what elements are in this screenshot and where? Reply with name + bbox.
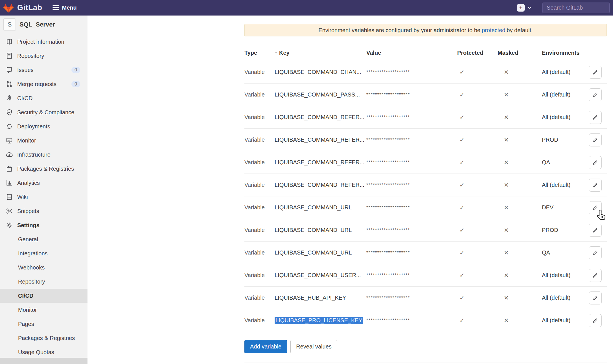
- main-content: Environment variables are configured by …: [87, 16, 613, 364]
- snippets-icon: [6, 207, 13, 215]
- sidebar-item-repository[interactable]: Repository: [0, 49, 87, 63]
- sidebar-item-security-compliance[interactable]: Security & Compliance: [0, 105, 87, 119]
- variable-environments: All (default): [542, 114, 589, 120]
- sidebar-item-deployments[interactable]: Deployments: [0, 119, 87, 133]
- variable-type: Variable: [244, 317, 275, 324]
- variable-value-masked: ********************: [366, 273, 457, 278]
- edit-variable-button[interactable]: [589, 111, 602, 124]
- edit-variable-button[interactable]: [589, 246, 602, 259]
- variable-environments: QA: [542, 159, 589, 166]
- header-environments: Environments: [542, 50, 589, 56]
- project-information-icon: [6, 38, 13, 45]
- sidebar-item-merge-requests[interactable]: Merge requests0: [0, 77, 87, 91]
- add-variable-button[interactable]: Add variable: [244, 340, 287, 353]
- sidebar-item-issues[interactable]: Issues0: [0, 63, 87, 77]
- sidebar-item-label: Webhooks: [18, 264, 45, 271]
- sidebar-item-monitor[interactable]: Monitor: [0, 133, 87, 148]
- edit-variable-button[interactable]: [589, 224, 602, 237]
- variable-key: LIQUIBASE_COMMAND_URL: [275, 227, 352, 233]
- new-item-plus-icon[interactable]: +: [517, 4, 525, 12]
- merge-requests-icon: [6, 80, 13, 88]
- edit-variable-button[interactable]: [589, 66, 602, 79]
- gitlab-home-link[interactable]: GitLab: [3, 3, 42, 13]
- edit-cell: [589, 246, 607, 259]
- header-masked: Masked: [498, 50, 542, 56]
- variable-type: Variable: [244, 114, 275, 120]
- sidebar-item-settings[interactable]: Settings: [0, 218, 87, 232]
- sidebar-item-label: Analytics: [17, 180, 40, 186]
- sidebar-item-webhooks[interactable]: Webhooks: [0, 260, 87, 275]
- packages-registries-icon: [6, 165, 13, 172]
- edit-variable-button[interactable]: [589, 314, 602, 327]
- variable-value-masked: ********************: [366, 160, 457, 165]
- variable-key: LIQUIBASE_COMMAND_URL: [275, 249, 352, 256]
- protected-check-icon: ✓: [457, 69, 498, 76]
- edit-variable-button[interactable]: [589, 269, 602, 282]
- variable-key: LIQUIBASE_HUB_API_KEY: [275, 295, 346, 301]
- variable-environments: All (default): [542, 69, 589, 75]
- protected-check-icon: ✓: [457, 159, 498, 166]
- header-key-sortable[interactable]: ↑Key: [275, 50, 366, 56]
- variable-key: LIQUIBASE_COMMAND_URL: [275, 204, 352, 210]
- variable-key-cell: LIQUIBASE_COMMAND_URL: [275, 204, 366, 211]
- variable-value-masked: ********************: [366, 70, 457, 75]
- project-link[interactable]: S SQL_Server: [0, 16, 87, 34]
- menu-button[interactable]: Menu: [52, 5, 77, 11]
- sidebar-item-packages-registries[interactable]: Packages & Registries: [0, 331, 87, 345]
- variable-key-cell: LIQUIBASE_COMMAND_CHAN...: [275, 69, 366, 75]
- variable-value-masked: ********************: [366, 250, 457, 255]
- sidebar-item-analytics[interactable]: Analytics: [0, 176, 87, 190]
- variable-key-cell: LIQUIBASE_COMMAND_PASS...: [275, 91, 366, 98]
- variable-key-cell: LIQUIBASE_COMMAND_USER...: [275, 272, 366, 279]
- edit-variable-button[interactable]: [589, 156, 602, 169]
- variable-type: Variable: [244, 137, 275, 143]
- sidebar-item-packages-registries[interactable]: Packages & Registries: [0, 162, 87, 176]
- variable-row: VariableLIQUIBASE_PRO_LICENSE_KEY*******…: [244, 309, 607, 332]
- sidebar-item-label: Project information: [17, 39, 64, 45]
- edit-cell: [589, 201, 607, 214]
- edit-variable-button[interactable]: [589, 201, 602, 214]
- masked-x-icon: ✕: [498, 137, 542, 143]
- variable-key-cell: LIQUIBASE_HUB_API_KEY: [275, 295, 366, 301]
- chevron-down-icon[interactable]: [527, 6, 532, 10]
- monitor-icon: [6, 137, 13, 144]
- top-navigation-bar: GitLab Menu +: [0, 0, 613, 16]
- sidebar-item-project-information[interactable]: Project information: [0, 35, 87, 49]
- variable-value-masked: ********************: [366, 205, 457, 210]
- sidebar-item-general[interactable]: General: [0, 232, 87, 246]
- search-input[interactable]: [542, 3, 610, 13]
- variable-key-selected: LIQUIBASE_PRO_LICENSE_KEY: [275, 317, 363, 324]
- sidebar-item-usage-quotas[interactable]: Usage Quotas: [0, 345, 87, 359]
- sidebar-item-infrastructure[interactable]: Infrastructure: [0, 148, 87, 162]
- edit-variable-button[interactable]: [589, 179, 602, 192]
- sidebar-item-repository[interactable]: Repository: [0, 275, 87, 289]
- variable-environments: DEV: [542, 204, 589, 211]
- table-header-row: Type ↑Key Value Protected Masked Environ…: [244, 45, 607, 61]
- sidebar-item-label: Repository: [18, 279, 45, 285]
- protected-link[interactable]: protected: [482, 27, 505, 34]
- variable-key-cell: LIQUIBASE_COMMAND_REFER...: [275, 182, 366, 188]
- sidebar-item-pages[interactable]: Pages: [0, 317, 87, 331]
- sidebar-item-ci-cd[interactable]: CI/CD: [0, 91, 87, 105]
- variable-key-cell: LIQUIBASE_COMMAND_REFER...: [275, 159, 366, 166]
- protected-check-icon: ✓: [457, 295, 498, 301]
- protected-variables-banner: Environment variables are configured by …: [244, 24, 607, 36]
- reveal-values-button[interactable]: Reveal values: [290, 340, 337, 353]
- gitlab-tanuki-logo-icon: [3, 3, 14, 13]
- edit-variable-button[interactable]: [589, 291, 602, 304]
- variable-key: LIQUIBASE_COMMAND_USER...: [275, 272, 361, 278]
- sidebar-item-label: Monitor: [18, 307, 37, 313]
- variable-environments: All (default): [542, 295, 589, 301]
- variable-key: LIQUIBASE_COMMAND_PASS...: [275, 91, 360, 98]
- sidebar-item-label: Merge requests: [17, 81, 56, 87]
- variable-key: LIQUIBASE_COMMAND_REFER...: [275, 114, 364, 120]
- variable-row: VariableLIQUIBASE_COMMAND_REFER...******…: [244, 128, 607, 151]
- sidebar-item-ci-cd[interactable]: CI/CD: [0, 289, 87, 303]
- edit-variable-button[interactable]: [589, 133, 602, 146]
- edit-variable-button[interactable]: [589, 88, 602, 101]
- sidebar-item-monitor[interactable]: Monitor: [0, 303, 87, 317]
- sidebar-item-snippets[interactable]: Snippets: [0, 204, 87, 218]
- sidebar-item-wiki[interactable]: Wiki: [0, 190, 87, 204]
- variable-value-masked: ********************: [366, 228, 457, 233]
- sidebar-item-integrations[interactable]: Integrations: [0, 246, 87, 260]
